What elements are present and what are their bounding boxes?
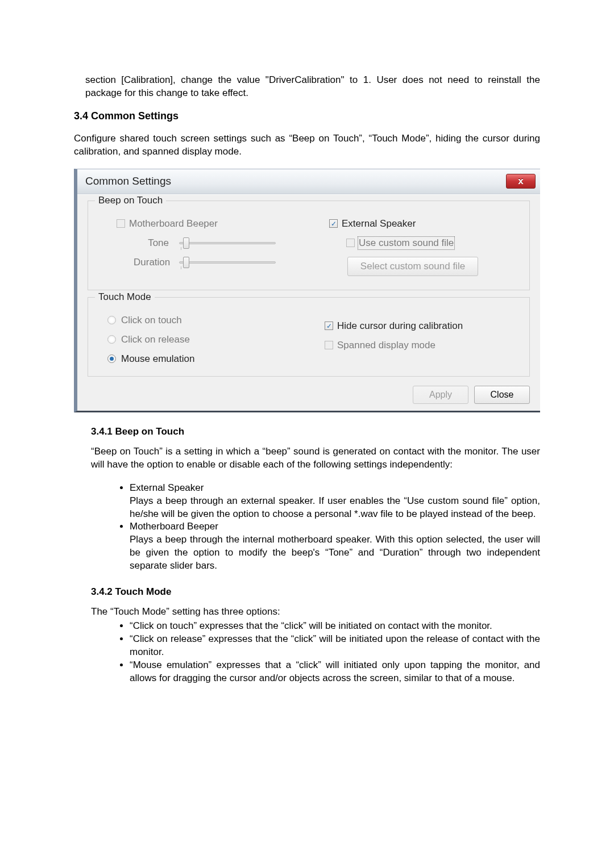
radio-icon: [107, 316, 116, 324]
list-item: “Mouse emulation” expresses that a “clic…: [130, 659, 540, 685]
radio-click-on-release[interactable]: Click on release: [107, 334, 302, 345]
checkbox-external-speaker[interactable]: ✓ External Speaker: [329, 218, 519, 229]
tone-slider[interactable]: [179, 242, 276, 244]
radio-icon: [107, 335, 116, 344]
checkbox-icon: [325, 341, 333, 349]
list-item: “Click on release” expresses that the “c…: [130, 633, 540, 659]
beep-on-touch-desc: “Beep on Touch” is a setting in which a …: [74, 445, 540, 471]
group-touch-mode: Touch Mode Click on touch Click on relea…: [88, 297, 530, 377]
group-title-touch: Touch Mode: [95, 291, 155, 303]
list-item: External Speaker Plays a beep through an…: [130, 482, 540, 521]
beep-bullet-list: External Speaker Plays a beep through an…: [74, 482, 540, 573]
list-item: “Click on touch” expresses that the “cli…: [130, 620, 540, 633]
common-settings-desc: Configure shared touch screen settings s…: [74, 132, 540, 158]
select-sound-file-button[interactable]: Select custom sound file: [347, 257, 478, 276]
checkbox-icon: [117, 219, 125, 228]
checkbox-icon: [346, 239, 355, 247]
checkbox-icon: ✓: [329, 219, 338, 228]
radio-icon: [107, 354, 116, 363]
dialog-title: Common Settings: [85, 175, 171, 187]
touch-bullet-list: “Click on touch” expresses that the “cli…: [74, 620, 540, 685]
checkbox-motherboard-beeper[interactable]: Motherboard Beeper: [117, 218, 306, 229]
slider-duration: Duration: [117, 257, 306, 268]
checkbox-custom-sound[interactable]: Use custom sound file: [329, 237, 519, 249]
checkbox-spanned-display[interactable]: Spanned display mode: [325, 340, 519, 351]
heading-beep-on-touch: 3.4.1 Beep on Touch: [74, 426, 540, 437]
group-title-beep: Beep on Touch: [95, 195, 166, 206]
heading-common-settings: 3.4 Common Settings: [74, 110, 540, 122]
common-settings-dialog: Common Settings x Beep on Touch Motherbo…: [74, 169, 540, 412]
heading-touch-mode: 3.4.2 Touch Mode: [74, 586, 540, 598]
slider-tone: Tone: [117, 237, 306, 249]
close-button[interactable]: Close: [474, 386, 530, 404]
apply-button[interactable]: Apply: [413, 386, 468, 404]
touch-mode-desc: The “Touch Mode” setting has three optio…: [74, 606, 540, 619]
list-item: Motherboard Beeper Plays a beep through …: [130, 520, 540, 573]
close-icon[interactable]: x: [506, 174, 536, 189]
group-beep-on-touch: Beep on Touch Motherboard Beeper Tone: [88, 201, 530, 290]
duration-slider[interactable]: [179, 261, 276, 264]
radio-click-on-touch[interactable]: Click on touch: [107, 315, 302, 326]
checkbox-icon: ✓: [325, 322, 333, 330]
dialog-titlebar: Common Settings x: [77, 169, 540, 194]
radio-mouse-emulation[interactable]: Mouse emulation: [107, 353, 302, 365]
checkbox-hide-cursor[interactable]: ✓ Hide cursor during calibration: [325, 320, 519, 332]
intro-paragraph: section [Calibration], change the value …: [74, 74, 540, 100]
